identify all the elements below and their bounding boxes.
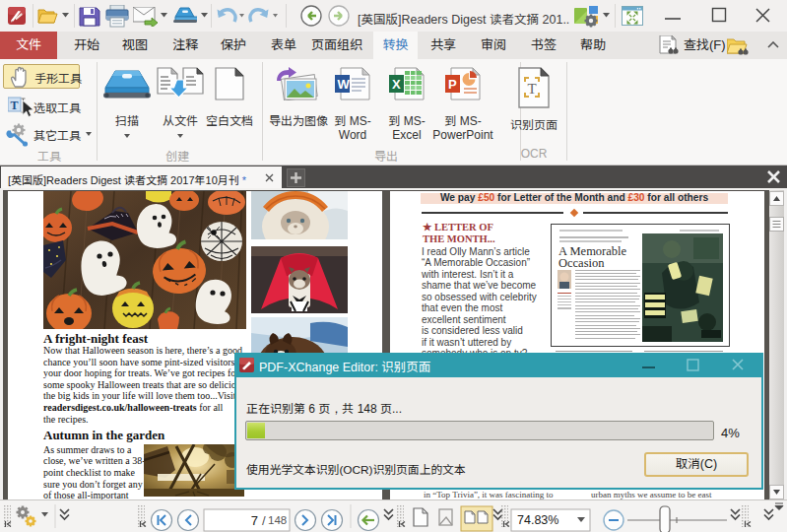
svg-text:T: T (528, 81, 537, 97)
svg-text:X: X (392, 77, 401, 92)
svg-text:74.83%: 74.83% (517, 513, 558, 527)
svg-text:P: P (448, 77, 457, 92)
svg-text:148: 148 (268, 514, 287, 526)
svg-text:W: W (338, 77, 351, 92)
svg-text:T: T (11, 99, 19, 112)
svg-text:/: / (262, 513, 266, 528)
svg-text:7: 7 (251, 513, 258, 528)
